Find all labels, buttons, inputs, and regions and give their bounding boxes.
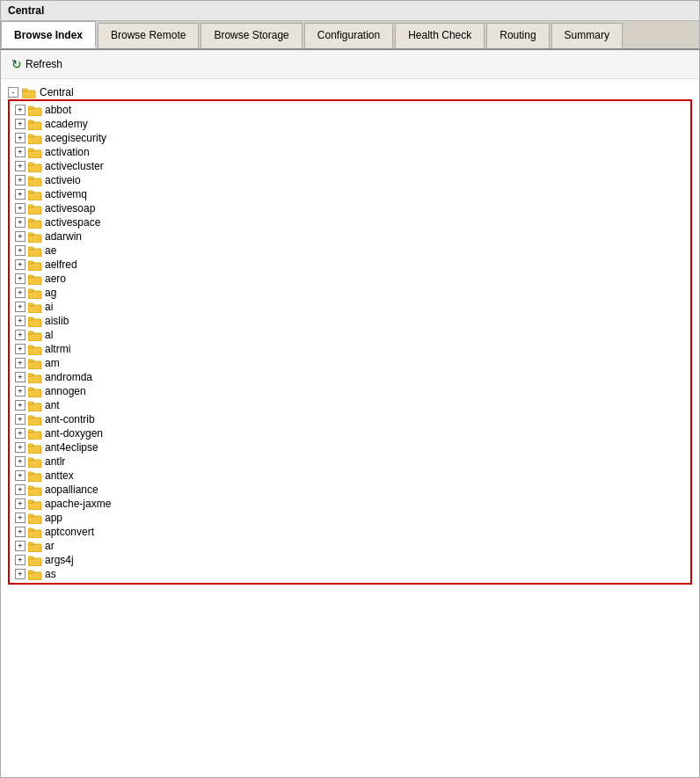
tree-item-activecluster[interactable]: + activecluster	[13, 159, 690, 173]
tree-item-academy[interactable]: + academy	[13, 117, 690, 131]
tree-item-antlr[interactable]: + antlr	[13, 454, 690, 469]
expand-icon[interactable]: +	[15, 569, 26, 579]
expand-icon[interactable]: +	[15, 358, 26, 368]
tree-item-activemq[interactable]: + activemq	[13, 187, 690, 201]
expand-icon[interactable]: +	[15, 287, 26, 298]
expand-icon[interactable]: +	[15, 442, 26, 453]
expand-icon[interactable]: +	[15, 105, 26, 115]
expand-icon[interactable]: +	[15, 175, 26, 185]
expand-icon[interactable]: +	[15, 344, 26, 354]
expand-icon[interactable]: +	[15, 316, 26, 326]
tree-item-activeio[interactable]: + activeio	[13, 173, 690, 187]
expand-icon[interactable]: +	[15, 484, 26, 495]
expand-icon[interactable]: +	[15, 372, 26, 382]
expand-icon[interactable]: +	[15, 470, 26, 481]
folder-icon	[28, 105, 42, 116]
expand-icon[interactable]: +	[15, 414, 26, 425]
tab-browse-storage[interactable]: Browse Storage	[201, 23, 302, 48]
tab-routing[interactable]: Routing	[486, 23, 549, 48]
expand-icon[interactable]: +	[15, 161, 26, 171]
tree-item-ag[interactable]: + ag	[13, 286, 690, 300]
tab-browse-remote[interactable]: Browse Remote	[98, 23, 199, 48]
expand-icon[interactable]: +	[15, 231, 26, 242]
tab-summary[interactable]: Summary	[551, 23, 623, 48]
expand-icon[interactable]: +	[15, 189, 26, 200]
tree-item-aelfred[interactable]: + aelfred	[13, 258, 690, 272]
tree-item-args4j[interactable]: + args4j	[13, 553, 690, 567]
tree-item-aptconvert[interactable]: + aptconvert	[13, 525, 690, 539]
tree-item-ant-doxygen[interactable]: + ant-doxygen	[13, 426, 690, 440]
expand-icon[interactable]: +	[15, 203, 26, 214]
folder-icon	[28, 372, 42, 383]
tree-item-activation[interactable]: + activation	[13, 145, 690, 159]
main-window: Central Browse IndexBrowse RemoteBrowse …	[0, 0, 700, 778]
expand-icon[interactable]: +	[15, 119, 26, 129]
tree-item-aero[interactable]: + aero	[13, 272, 690, 286]
expand-icon[interactable]: +	[15, 273, 26, 284]
expand-icon[interactable]: +	[15, 386, 26, 396]
tree-item-annogen[interactable]: + annogen	[13, 384, 690, 398]
svg-rect-37	[28, 345, 33, 348]
tree-item-aopalliance[interactable]: + aopalliance	[13, 483, 690, 497]
expand-icon[interactable]: +	[15, 555, 26, 565]
tree-item-activesoap[interactable]: + activesoap	[13, 201, 690, 215]
list-item: + aero	[13, 272, 690, 286]
tree-item-abbot[interactable]: + abbot	[13, 103, 690, 117]
expand-icon[interactable]: +	[15, 527, 26, 537]
expand-icon[interactable]: +	[15, 259, 26, 270]
tree-item-as[interactable]: + as	[13, 567, 690, 581]
item-label: args4j	[45, 554, 74, 566]
list-item: + activeio	[13, 173, 690, 187]
item-label: app	[45, 512, 62, 524]
list-item: + ag	[13, 286, 690, 300]
tree-item-adarwin[interactable]: + adarwin	[13, 229, 690, 244]
item-label: al	[45, 329, 53, 341]
svg-rect-55	[28, 472, 33, 475]
expand-icon[interactable]: +	[15, 428, 26, 439]
root-item[interactable]: - Central	[8, 85, 692, 99]
svg-rect-29	[28, 289, 33, 292]
tab-configuration[interactable]: Configuration	[304, 23, 393, 48]
item-label: ant	[45, 399, 60, 411]
tree-item-ant4eclipse[interactable]: + ant4eclipse	[13, 440, 690, 454]
tree-item-acegisecurity[interactable]: + acegisecurity	[13, 131, 690, 145]
expand-icon[interactable]: +	[15, 147, 26, 157]
svg-rect-17	[28, 205, 33, 207]
tree-item-ant[interactable]: + ant	[13, 398, 690, 412]
folder-icon	[28, 513, 42, 524]
tree-item-andromda[interactable]: + andromda	[13, 370, 690, 384]
expand-icon[interactable]: +	[15, 330, 26, 340]
folder-icon	[28, 555, 42, 566]
tree-item-activespace[interactable]: + activespace	[13, 215, 690, 229]
svg-rect-51	[28, 444, 33, 447]
expand-icon[interactable]: +	[15, 245, 26, 256]
list-item: + aptconvert	[13, 525, 690, 539]
expand-icon[interactable]: +	[15, 498, 26, 509]
root-expand-icon[interactable]: -	[8, 87, 18, 98]
tab-health-check[interactable]: Health Check	[395, 23, 485, 48]
tree-item-am[interactable]: + am	[13, 356, 690, 370]
expand-icon[interactable]: +	[15, 513, 26, 523]
expand-icon[interactable]: +	[15, 400, 26, 411]
tree-item-altrmi[interactable]: + altrmi	[13, 342, 690, 356]
expand-icon[interactable]: +	[15, 133, 26, 143]
tree-item-ae[interactable]: + ae	[13, 244, 690, 258]
tree-item-apache-jaxme[interactable]: + apache-jaxme	[13, 497, 690, 511]
tree-item-al[interactable]: + al	[13, 328, 690, 342]
expand-icon[interactable]: +	[15, 302, 26, 312]
tree-item-aislib[interactable]: + aislib	[13, 314, 690, 328]
list-item: + activation	[13, 145, 690, 159]
tree-item-ar[interactable]: + ar	[13, 539, 690, 553]
folder-icon	[28, 498, 42, 510]
refresh-button[interactable]: ↻ Refresh	[8, 55, 66, 73]
tree-item-anttex[interactable]: + anttex	[13, 469, 690, 483]
expand-icon[interactable]: +	[15, 456, 26, 467]
expand-icon[interactable]: +	[15, 541, 26, 551]
tree-item-app[interactable]: + app	[13, 511, 690, 525]
list-item: + ant	[13, 398, 690, 412]
item-label: ant-doxygen	[45, 427, 103, 440]
tree-item-ant-contrib[interactable]: + ant-contrib	[13, 412, 690, 426]
tab-browse-index[interactable]: Browse Index	[1, 21, 96, 48]
tree-item-ai[interactable]: + ai	[13, 300, 690, 314]
expand-icon[interactable]: +	[15, 217, 26, 228]
